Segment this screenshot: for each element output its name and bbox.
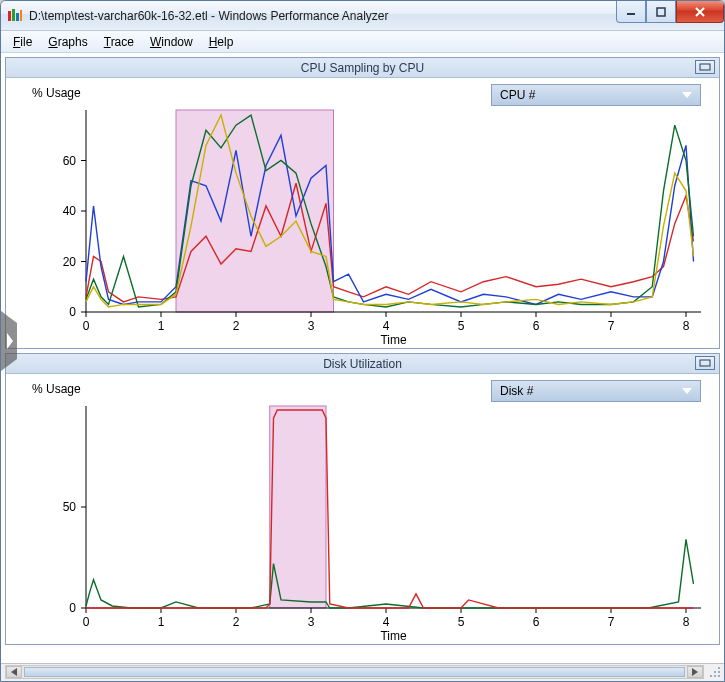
svg-rect-24 <box>700 360 710 366</box>
panel-body-cpu: % Usage CPU # 0204060012345678Time <box>6 78 719 348</box>
svg-rect-40 <box>718 667 720 669</box>
x-tick-label: 5 <box>458 615 465 629</box>
panel-title-disk: Disk Utilization <box>323 357 402 371</box>
x-tick-label: 6 <box>533 615 540 629</box>
y-tick-label: 40 <box>63 204 77 218</box>
menu-bar: File Graphs Trace Window Help <box>1 31 724 53</box>
menu-trace[interactable]: Trace <box>98 33 140 51</box>
selection-region[interactable] <box>270 406 326 608</box>
x-tick-label: 6 <box>533 319 540 333</box>
side-expand-handle[interactable] <box>1 311 17 371</box>
x-tick-label: 5 <box>458 319 465 333</box>
svg-rect-0 <box>8 11 11 21</box>
x-tick-label: 2 <box>233 615 240 629</box>
minimize-button[interactable] <box>616 1 646 23</box>
maximize-icon <box>656 7 666 17</box>
minimize-icon <box>626 7 636 17</box>
client-area: CPU Sampling by CPU % Usage CPU # 020406… <box>1 53 724 663</box>
panel-cpu: CPU Sampling by CPU % Usage CPU # 020406… <box>5 57 720 349</box>
status-bar <box>1 663 724 681</box>
resize-grip[interactable] <box>708 665 722 679</box>
menu-window[interactable]: Window <box>144 33 199 51</box>
app-icon <box>7 8 23 24</box>
close-button[interactable] <box>676 1 724 23</box>
svg-rect-5 <box>657 8 665 16</box>
menu-help[interactable]: Help <box>203 33 240 51</box>
x-tick-label: 1 <box>158 615 165 629</box>
scroll-right-button[interactable] <box>687 666 703 678</box>
svg-rect-42 <box>718 671 720 673</box>
x-axis-label: Time <box>380 629 407 643</box>
menu-graphs[interactable]: Graphs <box>42 33 93 51</box>
x-tick-label: 0 <box>83 319 90 333</box>
x-axis-label: Time <box>380 333 407 347</box>
svg-rect-41 <box>714 671 716 673</box>
panel-title-cpu: CPU Sampling by CPU <box>301 61 424 75</box>
series-line <box>86 410 694 608</box>
svg-rect-44 <box>714 675 716 677</box>
y-tick-label: 20 <box>63 255 77 269</box>
selection-region[interactable] <box>176 110 334 312</box>
title-bar[interactable]: D:\temp\test-varchar60k-16-32.etl - Wind… <box>1 1 724 31</box>
menu-file[interactable]: File <box>7 33 38 51</box>
chart-cpu[interactable]: 0204060012345678Time <box>6 78 719 348</box>
x-tick-label: 0 <box>83 615 90 629</box>
y-tick-label: 0 <box>69 601 76 615</box>
maximize-button[interactable] <box>646 1 676 23</box>
chart-disk[interactable]: 050012345678Time <box>6 374 719 644</box>
horizontal-scrollbar[interactable] <box>5 665 704 679</box>
svg-rect-8 <box>700 64 710 70</box>
x-tick-label: 2 <box>233 319 240 333</box>
window-controls <box>616 1 724 23</box>
panel-maximize-button[interactable] <box>695 356 715 370</box>
close-icon <box>694 7 706 17</box>
svg-marker-39 <box>692 668 698 676</box>
series-line <box>86 539 694 608</box>
svg-marker-38 <box>11 668 17 676</box>
scroll-thumb[interactable] <box>24 667 685 677</box>
app-window: D:\temp\test-varchar60k-16-32.etl - Wind… <box>0 0 725 682</box>
x-tick-label: 3 <box>308 319 315 333</box>
x-tick-label: 7 <box>608 319 615 333</box>
svg-rect-43 <box>710 675 712 677</box>
panel-maximize-button[interactable] <box>695 60 715 74</box>
x-tick-label: 3 <box>308 615 315 629</box>
svg-rect-3 <box>20 10 22 21</box>
y-tick-label: 60 <box>63 154 77 168</box>
svg-rect-1 <box>12 9 15 21</box>
svg-rect-45 <box>718 675 720 677</box>
x-tick-label: 1 <box>158 319 165 333</box>
maximize-icon <box>699 359 711 367</box>
maximize-icon <box>699 63 711 71</box>
panel-header-disk[interactable]: Disk Utilization <box>6 354 719 374</box>
x-tick-label: 4 <box>383 615 390 629</box>
y-tick-label: 50 <box>63 500 77 514</box>
y-tick-label: 0 <box>69 305 76 319</box>
window-title: D:\temp\test-varchar60k-16-32.etl - Wind… <box>29 9 718 23</box>
x-tick-label: 8 <box>683 615 690 629</box>
x-tick-label: 4 <box>383 319 390 333</box>
x-tick-label: 8 <box>683 319 690 333</box>
scroll-left-button[interactable] <box>6 666 22 678</box>
svg-rect-2 <box>16 13 19 21</box>
x-tick-label: 7 <box>608 615 615 629</box>
panel-header-cpu[interactable]: CPU Sampling by CPU <box>6 58 719 78</box>
panel-disk: Disk Utilization % Usage Disk # 05001234… <box>5 353 720 645</box>
svg-rect-4 <box>627 13 635 15</box>
panel-body-disk: % Usage Disk # 050012345678Time <box>6 374 719 644</box>
